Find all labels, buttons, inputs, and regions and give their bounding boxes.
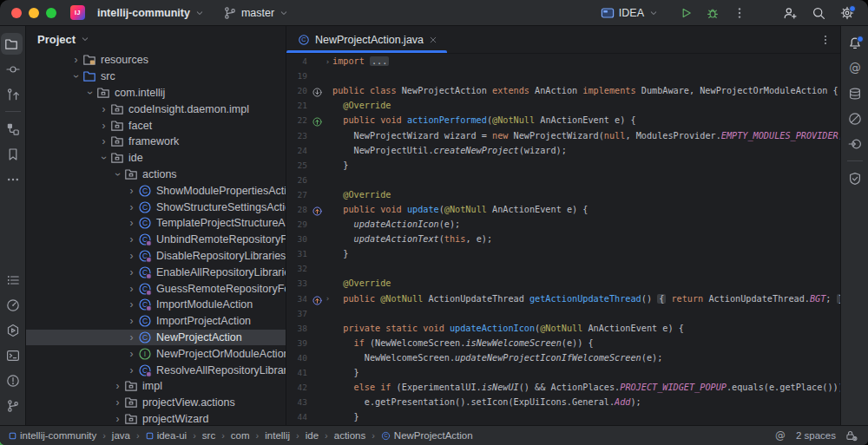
collapse-chevron-icon[interactable]: › (85, 86, 95, 99)
breadcrumb-item[interactable]: CNewProjectAction (381, 430, 473, 441)
branch-switcher-button[interactable]: master (217, 3, 295, 23)
expand-chevron-icon[interactable]: › (97, 121, 110, 131)
breadcrumb-item[interactable]: com (231, 430, 250, 441)
code-line-44[interactable]: 44 } (286, 409, 840, 424)
run-button[interactable] (679, 6, 693, 20)
tool-database-button[interactable] (843, 81, 867, 106)
tree-item-actions[interactable]: ›actions (26, 167, 286, 183)
expand-chevron-icon[interactable]: › (125, 284, 138, 294)
code-line-26[interactable]: 26 (286, 173, 840, 187)
tree-item-ide[interactable]: ›ide (26, 150, 286, 167)
folded-region[interactable]: { (657, 294, 666, 304)
tool-terminal-button[interactable] (1, 343, 25, 368)
tool-version-control-button[interactable] (1, 393, 25, 418)
breadcrumb-item[interactable]: intellij-community (9, 430, 96, 441)
tree-item-importprojectaction[interactable]: ›CImportProjectAction (26, 313, 286, 330)
tool-project-button[interactable] (1, 33, 23, 55)
tool-bookmarks-button[interactable] (1, 141, 25, 167)
tree-item-showmodulepropertiesactio[interactable]: ›CShowModulePropertiesActio (26, 182, 286, 199)
code-line-25[interactable]: 25 } (286, 158, 840, 173)
tree-item-showstructuresettingsactio[interactable]: ›CShowStructureSettingsActio (26, 199, 286, 215)
collapse-chevron-icon[interactable]: › (113, 167, 123, 180)
tree-item-resolveallrepositorylibrarie[interactable]: ›CResolveAllRepositoryLibrarie (26, 362, 286, 378)
expand-chevron-icon[interactable]: › (125, 218, 138, 228)
code-line-39[interactable]: 39 if (NewWelcomeScreen.isNewWelcomeScre… (286, 336, 840, 350)
expand-chevron-icon[interactable]: › (125, 332, 138, 343)
tool-profiler-button[interactable] (1, 292, 25, 317)
expand-chevron-icon[interactable]: › (125, 299, 138, 310)
code-line-30[interactable]: 30 updateActionText(this, e); (286, 232, 840, 246)
tree-item-impl[interactable]: ›impl (26, 378, 286, 395)
minimize-window-button[interactable] (29, 8, 39, 18)
code-line-43[interactable]: 43 e.getPresentation().setIcon(ExpUiIcon… (286, 395, 840, 409)
code-line-38[interactable]: 38 private static void updateActionIcon(… (286, 321, 840, 336)
tool-trusted-project-button[interactable] (843, 166, 867, 191)
code-line-33[interactable]: 33 @Override (286, 276, 840, 291)
tree-item-enableallrepositorylibraries[interactable]: ›CEnableAllRepositoryLibraries (26, 264, 286, 280)
chevron-down-icon[interactable] (80, 34, 90, 44)
code-with-me-button[interactable] (783, 6, 797, 20)
tree-item-src[interactable]: ›src (26, 69, 286, 85)
editor-tab-newprojectaction[interactable]: C NewProjectAction.java (286, 26, 447, 53)
tool-todo-button[interactable] (1, 267, 25, 292)
collapse-chevron-icon[interactable]: › (99, 152, 109, 165)
tree-item-newprojectormoduleaction[interactable]: ›INewProjectOrModuleAction (26, 345, 286, 362)
code-line-28[interactable]: 28 public void update(@NotNull AnActionE… (286, 202, 840, 217)
code-line-21[interactable]: 21 @Override (286, 98, 840, 113)
breadcrumb-item[interactable]: idea-ui (146, 430, 187, 441)
code-line-37[interactable]: 37 (286, 306, 840, 321)
tool-services-button[interactable] (1, 317, 25, 343)
folded-region[interactable]: } (837, 294, 840, 304)
expand-chevron-icon[interactable]: › (97, 104, 110, 115)
code-line-22[interactable]: 22 public void actionPerformed(@NotNull … (286, 113, 840, 128)
code-line-24[interactable]: 24 NewProjectUtil.createNewProject(wizar… (286, 143, 840, 158)
code-line-27[interactable]: 27 @Override (286, 187, 840, 202)
tool-ai-assistant-button[interactable]: @ (843, 56, 867, 81)
expand-chevron-icon[interactable]: › (111, 381, 124, 391)
fold-chevron-icon[interactable]: › (323, 57, 332, 66)
tree-item-facet[interactable]: ›facet (26, 117, 286, 134)
tool-pull-requests-button[interactable] (1, 82, 25, 107)
close-tab-icon[interactable] (429, 36, 437, 44)
folded-region[interactable]: ... (370, 56, 389, 66)
ai-status-icon[interactable]: @ (774, 429, 786, 442)
tree-item-unbindremoterepositoryfor[interactable]: ›CUnbindRemoteRepositoryFor (26, 232, 286, 248)
code-line-40[interactable]: 40 NewWelcomeScreen.updateNewProjectIcon… (286, 350, 840, 365)
project-panel-header[interactable]: Project (26, 26, 286, 52)
code-line-4[interactable]: 4›import ... (286, 54, 840, 69)
expand-chevron-icon[interactable]: › (125, 316, 138, 326)
debug-button[interactable] (706, 6, 720, 20)
code-line-19[interactable]: 19 (286, 69, 840, 83)
code-line-20[interactable]: 20public class NewProjectAction extends … (286, 83, 840, 98)
g-ovg-gutter-icon[interactable] (312, 115, 323, 126)
tool-structure-button[interactable] (1, 116, 25, 141)
tree-item-templateprojectstructureac[interactable]: ›CTemplateProjectStructureAc (26, 215, 286, 232)
tool-commit-button[interactable] (1, 56, 25, 82)
zoom-window-button[interactable] (46, 8, 56, 18)
expand-chevron-icon[interactable]: › (69, 55, 82, 65)
code-line-41[interactable]: 41 } (286, 365, 840, 380)
tool-notifications-button[interactable] (843, 30, 867, 56)
tree-item-framework[interactable]: ›framework (26, 134, 286, 150)
project-switcher-button[interactable]: intellij-community (91, 4, 211, 22)
expand-chevron-icon[interactable]: › (97, 136, 110, 147)
expand-chevron-icon[interactable]: › (125, 234, 138, 245)
tree-item-disablerepositorylibrariessh[interactable]: ›CDisableRepositoryLibrariesSh (26, 248, 286, 265)
tool-more-tools-button[interactable] (1, 167, 25, 192)
g-impl-gutter-icon[interactable] (312, 85, 323, 96)
more-options-button[interactable] (733, 6, 746, 20)
tree-item-resources[interactable]: ›resources (26, 52, 286, 69)
code-line-23[interactable]: 23 NewProjectWizard wizard = new NewProj… (286, 128, 840, 142)
breadcrumb-item[interactable]: actions (334, 430, 365, 441)
code-line-32[interactable]: 32 (286, 261, 840, 276)
expand-chevron-icon[interactable]: › (111, 397, 124, 408)
expand-chevron-icon[interactable]: › (125, 349, 138, 359)
search-everywhere-button[interactable] (812, 6, 825, 20)
expand-chevron-icon[interactable]: › (111, 414, 124, 424)
collapse-chevron-icon[interactable]: › (71, 70, 82, 83)
expand-chevron-icon[interactable]: › (125, 202, 138, 213)
tree-item-com-intellij[interactable]: ›com.intellij (26, 85, 286, 101)
tool-problems-button[interactable] (1, 368, 25, 393)
expand-chevron-icon[interactable]: › (125, 267, 138, 278)
indent-setting-label[interactable]: 2 spaces (796, 430, 836, 441)
